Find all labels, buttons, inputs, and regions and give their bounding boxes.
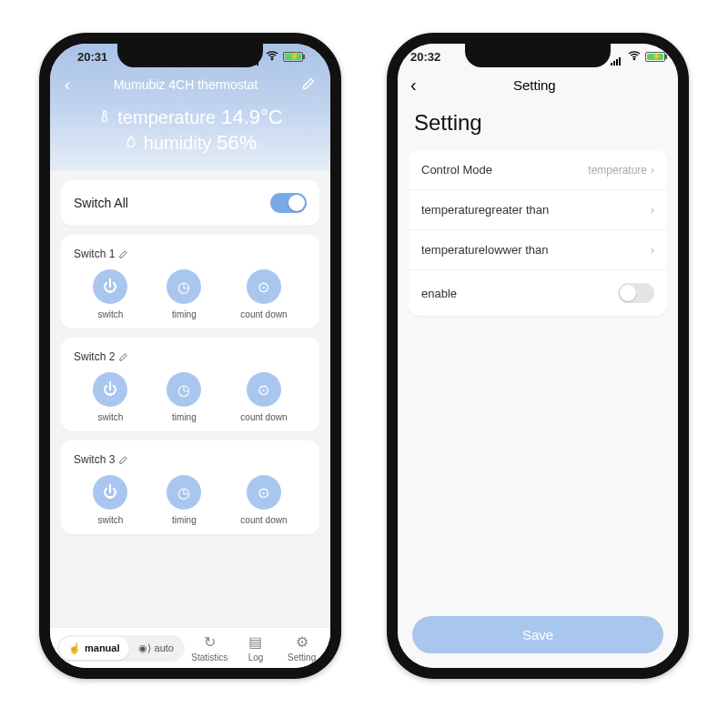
phone-left: 20:31 ⚡ ‹ Mumubiz 4CH thermostat (39, 33, 341, 679)
statistics-icon: ↻ (204, 633, 216, 651)
row-temp-lower-label: temperaturelowwer than (421, 243, 548, 257)
row-control-mode-label: Control Mode (421, 163, 492, 177)
switch-icon: ⏻ (93, 372, 127, 407)
channel-countdown-button[interactable]: ⊙count down (240, 372, 287, 422)
chevron-right-icon: › (651, 243, 654, 257)
humidity-label: humidity (144, 133, 211, 154)
channel-action-label: switch (98, 309, 124, 319)
switch-icon: ⏻ (93, 475, 127, 510)
phone-right: 20:32 ⚡ ‹ Setting Setting Control Mode t… (387, 33, 689, 679)
row-temp-greater-label: temperaturegreater than (421, 203, 549, 217)
battery-icon: ⚡ (645, 52, 665, 62)
row-enable: enable (409, 269, 667, 316)
channel-action-label: timing (172, 309, 197, 319)
temperature-value: 14.9°C (221, 106, 283, 129)
channel-action-label: count down (240, 515, 287, 525)
row-temp-lower[interactable]: temperaturelowwer than › (409, 229, 667, 269)
svg-point-0 (271, 58, 272, 59)
row-control-mode-value: temperature (588, 164, 647, 177)
switch-icon: ⏻ (93, 269, 127, 304)
content-scroll[interactable]: Switch All Switch 1 ⏻switch◷timing⊙count… (50, 171, 330, 668)
channel-action-label: count down (240, 309, 287, 319)
gear-icon: ⚙ (296, 633, 308, 651)
channel-switch-button[interactable]: ⏻switch (93, 475, 127, 525)
channel-switch-button[interactable]: ⏻switch (93, 269, 127, 319)
temperature-label: temperature (117, 107, 216, 128)
channel-timing-button[interactable]: ◷timing (167, 372, 201, 422)
channel-card: Switch 1 ⏻switch◷timing⊙count down (61, 235, 319, 329)
timing-icon: ◷ (167, 475, 201, 510)
tab-log[interactable]: ▤ Log (235, 633, 278, 662)
channel-action-label: timing (172, 412, 197, 422)
countdown-icon: ⊙ (247, 269, 281, 304)
timing-icon: ◷ (167, 372, 201, 407)
channel-action-label: count down (240, 412, 287, 422)
countdown-icon: ⊙ (247, 475, 281, 510)
channel-action-label: switch (98, 515, 124, 525)
row-enable-label: enable (421, 287, 457, 300)
channel-title: Switch 2 (74, 350, 307, 363)
mode-segment[interactable]: ☝ manual ◉⟩ auto (57, 635, 185, 662)
channel-card: Switch 3 ⏻switch◷timing⊙count down (61, 440, 319, 534)
mode-manual[interactable]: ☝ manual (59, 637, 129, 660)
tab-statistics-label: Statistics (191, 652, 228, 662)
channel-countdown-button[interactable]: ⊙count down (240, 475, 287, 525)
nav-title: Mumubiz 4CH thermostat (70, 77, 301, 92)
status-indicators: ⚡ (611, 48, 665, 66)
chevron-right-icon: › (651, 164, 654, 177)
nav-title: Setting (417, 77, 652, 93)
humidity-icon (124, 133, 138, 154)
settings-card: Control Mode temperature › temperaturegr… (409, 150, 667, 316)
edit-icon[interactable] (118, 352, 128, 362)
countdown-icon: ⊙ (247, 372, 281, 407)
channel-card: Switch 2 ⏻switch◷timing⊙count down (61, 338, 319, 431)
channel-title: Switch 1 (74, 248, 307, 260)
tab-statistics[interactable]: ↻ Statistics (188, 633, 231, 662)
save-button[interactable]: Save (412, 616, 663, 653)
switch-all-card: Switch All (61, 180, 319, 226)
notch (117, 42, 263, 67)
signal-icon (611, 52, 623, 61)
nav-bar: ‹ Mumubiz 4CH thermostat (65, 69, 316, 100)
tab-log-label: Log (248, 652, 264, 662)
mode-manual-label: manual (85, 642, 120, 653)
status-time: 20:32 (410, 50, 440, 64)
edit-icon[interactable] (301, 76, 316, 94)
thermometer-icon (97, 107, 112, 128)
notch (465, 42, 611, 67)
channel-switch-button[interactable]: ⏻switch (93, 372, 127, 422)
status-time: 20:31 (77, 50, 107, 64)
wifi-icon (265, 48, 279, 66)
edit-icon[interactable] (118, 249, 128, 259)
timing-icon: ◷ (167, 269, 201, 304)
channel-action-label: timing (172, 515, 197, 525)
channel-countdown-button[interactable]: ⊙count down (240, 269, 287, 319)
wifi-icon (627, 48, 642, 66)
channel-title: Switch 3 (74, 453, 307, 466)
mode-auto[interactable]: ◉⟩ auto (129, 637, 183, 660)
row-control-mode[interactable]: Control Mode temperature › (409, 150, 667, 189)
back-icon[interactable]: ‹ (410, 75, 417, 96)
tab-setting[interactable]: ⚙ Setting (280, 633, 323, 662)
tab-setting-label: Setting (288, 652, 316, 662)
hand-icon: ☝ (68, 642, 81, 654)
switch-all-toggle[interactable] (270, 193, 307, 213)
battery-icon: ⚡ (283, 52, 303, 62)
auto-icon: ◉⟩ (138, 642, 151, 654)
channel-action-label: switch (98, 412, 124, 422)
switch-all-label: Switch All (74, 196, 128, 210)
chevron-right-icon: › (651, 203, 654, 217)
channel-timing-button[interactable]: ◷timing (167, 475, 201, 525)
readout: temperature 14.9°C humidity 56% (65, 106, 316, 155)
enable-toggle[interactable] (618, 283, 654, 303)
bottom-bar: ☝ manual ◉⟩ auto ↻ Statistics ▤ Log ⚙ Se… (50, 627, 330, 668)
edit-icon[interactable] (118, 455, 128, 465)
channel-timing-button[interactable]: ◷timing (167, 269, 201, 319)
row-temp-greater[interactable]: temperaturegreater than › (409, 189, 667, 229)
nav-bar: ‹ Setting (398, 69, 678, 101)
mode-auto-label: auto (155, 642, 174, 653)
log-icon: ▤ (248, 633, 262, 651)
page-title: Setting (398, 101, 678, 150)
svg-point-1 (633, 58, 634, 59)
humidity-value: 56% (217, 131, 257, 155)
